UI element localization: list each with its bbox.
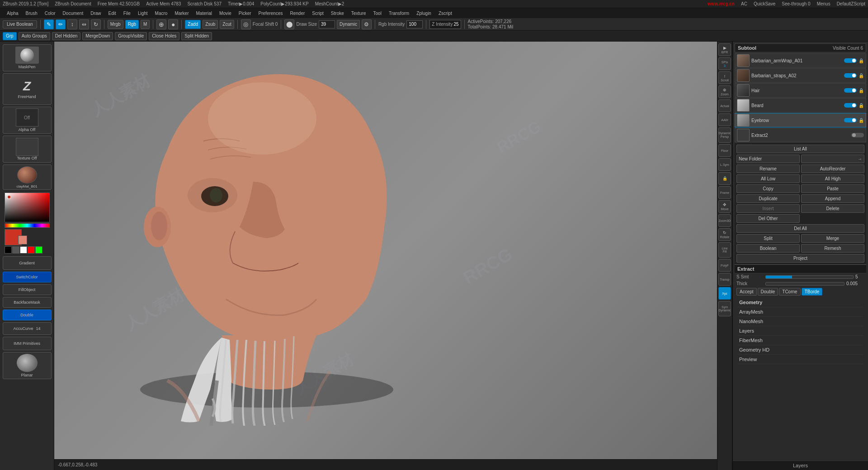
dynamic-persp-button[interactable]: DynamicPersp <box>718 127 731 143</box>
fill-object-button[interactable]: FillObject <box>3 284 52 295</box>
floor-button[interactable]: Floor <box>718 144 731 157</box>
geometry-item[interactable]: Geometry <box>737 298 863 307</box>
subtool-item-eyebrow[interactable]: Eyebrow 🔒 <box>735 113 866 127</box>
color-saturation-field[interactable] <box>5 193 50 222</box>
scroll-button[interactable]: ↕ Scroll <box>718 71 731 84</box>
sphere-button[interactable]: ● <box>168 19 178 29</box>
edit-button[interactable]: ✎ <box>44 19 54 29</box>
all-high-button[interactable]: All High <box>801 174 864 183</box>
menu-render[interactable]: Render <box>287 10 308 17</box>
menu-brush[interactable]: Brush <box>23 10 41 17</box>
zsub-button[interactable]: Zsub <box>203 20 218 29</box>
brush-settings-icon[interactable]: ⚙ <box>362 19 372 29</box>
del-hidden-button[interactable]: Del Hidden <box>52 32 80 40</box>
xyz-button[interactable]: Xyz <box>718 287 731 300</box>
rotate-button[interactable]: ↻ <box>91 19 101 29</box>
project-button[interactable]: Project <box>736 254 864 263</box>
new-folder-button[interactable]: New Folder <box>736 155 800 163</box>
bpr-button[interactable]: ▶ BPR <box>718 43 731 56</box>
subtool-item-straps[interactable]: Barbarian_straps_A02 🔒 <box>735 68 866 83</box>
rgb-intensity-input[interactable] <box>406 20 423 28</box>
boolean-button[interactable]: Boolean <box>736 244 800 253</box>
spix-button[interactable]: SPix 3 <box>718 57 731 70</box>
nanomesh-item[interactable]: NanoMesh <box>737 317 863 326</box>
menu-macro[interactable]: Macro <box>152 10 171 17</box>
auto-reorder-button[interactable]: AutoReorder <box>801 164 864 173</box>
del-other-button[interactable]: Del Other <box>736 214 800 223</box>
live-boolean-button[interactable]: Live Boolean <box>3 20 37 28</box>
secondary-color-swatch[interactable] <box>18 235 27 244</box>
ac-shortcut[interactable]: AC <box>741 1 747 6</box>
canvas-background[interactable]: 人人素材 RRCG 人人素材 RRCG 人人素材 RRCG <box>54 42 732 470</box>
merge-down-button[interactable]: MergeDown <box>82 32 113 40</box>
accept-button[interactable]: Accept <box>736 288 757 296</box>
subtool-item-extract2[interactable]: Extract2 <box>735 128 866 142</box>
lock-button[interactable]: 🔒 <box>718 172 731 185</box>
symdynamic-button[interactable]: SymDynamic <box>718 301 731 316</box>
menu-light[interactable]: Light <box>135 10 151 17</box>
actual-button[interactable]: Actual <box>718 99 731 112</box>
red-swatch[interactable] <box>28 246 35 254</box>
menu-marker[interactable]: Marker <box>171 10 192 17</box>
hue-bar[interactable] <box>5 223 50 228</box>
eyebrow-visibility-toggle[interactable] <box>844 118 857 122</box>
freehand-brush-button[interactable]: Z FreeHand <box>3 73 52 105</box>
remesh-button[interactable]: Remesh <box>801 244 864 253</box>
preview-item[interactable]: Preview <box>737 355 863 364</box>
list-all-button[interactable]: List All <box>736 145 864 153</box>
menu-movie[interactable]: Movie <box>216 10 235 17</box>
menu-preferences[interactable]: Preferences <box>255 10 286 17</box>
material-button[interactable]: clayMat_B01 <box>3 164 52 190</box>
layers-item[interactable]: Layers <box>737 326 863 336</box>
gray-swatch[interactable] <box>12 246 19 254</box>
switch-color-button[interactable]: SwitchColor <box>3 272 52 282</box>
accu-curve-button[interactable]: AccuCurve 14 <box>3 322 52 335</box>
see-through-shortcut[interactable]: See-through 0 <box>782 1 810 6</box>
menu-transform[interactable]: Transform <box>386 10 412 17</box>
straps-visibility-toggle[interactable] <box>844 73 857 78</box>
lsym-button[interactable]: L.Sym <box>718 158 731 171</box>
menus-shortcut[interactable]: Menus <box>817 1 830 6</box>
quicksave-shortcut[interactable]: QuickSave <box>754 1 775 6</box>
beard-visibility-toggle[interactable] <box>844 103 857 108</box>
layers-footer[interactable]: Layers <box>733 461 868 470</box>
menu-texture[interactable]: Texture <box>348 10 369 17</box>
mrgb-button[interactable]: Mrgb <box>108 20 123 29</box>
rotate-3d-button[interactable]: ↻ Rotate <box>718 228 731 241</box>
menu-alpha[interactable]: Alpha <box>4 10 22 17</box>
zoom3d-button[interactable]: Zoom3D <box>718 214 731 227</box>
double-button[interactable]: Double <box>3 310 52 320</box>
append-button[interactable]: Append <box>801 194 864 203</box>
planar-button[interactable]: Planar <box>3 352 52 379</box>
close-holes-button[interactable]: Close Holes <box>149 32 179 40</box>
draw-size-input[interactable] <box>319 20 335 28</box>
draw-button[interactable]: ✏ <box>56 19 66 29</box>
copy-button[interactable]: Copy <box>736 184 800 193</box>
arraymesh-item[interactable]: ArrayMesh <box>737 307 863 317</box>
subtool-item-armwrap[interactable]: Barbarian_armWrap_A01 🔒 <box>735 53 866 68</box>
subtool-item-hair[interactable]: Hair 🔒 <box>735 83 866 98</box>
menu-zscript[interactable]: Zscript <box>435 10 455 17</box>
move-button[interactable]: ↕ <box>67 19 77 29</box>
split-button[interactable]: Split <box>736 234 800 243</box>
dynamic-button[interactable]: Dynamic <box>337 20 360 29</box>
rename-button[interactable]: Rename <box>736 164 800 173</box>
double-extract-button[interactable]: Double <box>758 288 778 296</box>
menu-document[interactable]: Document <box>60 10 87 17</box>
tborde-button[interactable]: TBorde <box>802 288 823 296</box>
del-all-button[interactable]: Del All <box>736 224 864 233</box>
transp-button[interactable]: Transp <box>718 273 731 286</box>
menu-color[interactable]: Color <box>42 10 59 17</box>
frame-button[interactable]: Frame <box>718 186 731 199</box>
move-3d-button[interactable]: ✥ Move <box>718 200 731 213</box>
group-visible-button[interactable]: GroupVisible <box>115 32 147 40</box>
menu-file[interactable]: File <box>120 10 134 17</box>
alpha-off-button[interactable]: Off Alpha Off <box>3 107 52 134</box>
black-swatch[interactable] <box>5 246 12 254</box>
menu-tool[interactable]: Tool <box>370 10 385 17</box>
menu-material[interactable]: Material <box>193 10 216 17</box>
linefill-button[interactable]: LineFill <box>718 242 731 258</box>
split-hidden-button[interactable]: Split Hidden <box>181 32 212 40</box>
armwrap-visibility-toggle[interactable] <box>844 58 857 63</box>
m-button[interactable]: M <box>141 20 150 29</box>
